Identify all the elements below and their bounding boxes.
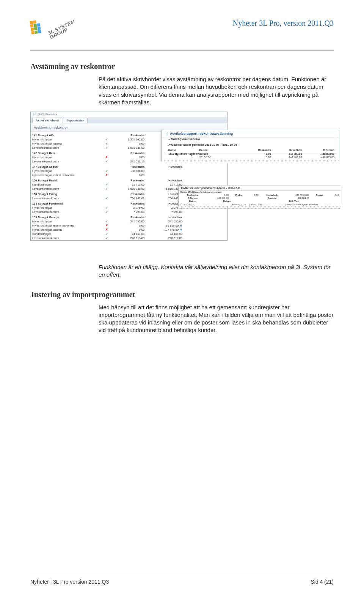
row-reskontra: 7 299,00 xyxy=(110,210,148,214)
tab-aktivt-skrivbord[interactable]: Aktivt skrivbord xyxy=(32,118,62,123)
sublabel-diff: Differens xyxy=(179,197,207,200)
row-label: Hyresfordringar xyxy=(31,206,103,210)
row-label: Leverantörsreskontra xyxy=(31,236,103,240)
section-note-reskontror: Funktionen är ett tillägg. Kontakta vår … xyxy=(30,263,334,279)
table-row: Hyresfordringar, osäkra✗0,00-137 575,50 … xyxy=(31,228,227,232)
check-icon: ✓ xyxy=(105,160,108,163)
row-label: Hyresfordringar xyxy=(31,219,103,224)
sublabel-vern: Diff. Vern xyxy=(248,200,341,203)
check-icon: ✓ xyxy=(105,187,108,191)
logo-text: 3L SYSTEM GROUP xyxy=(47,19,78,40)
table-row: Hyresfordringar✓241 555,00241 555,00 xyxy=(31,219,227,224)
row-huvudbok xyxy=(148,169,186,173)
report-row-reskontra: 0,00 xyxy=(243,156,273,159)
subval-prokat2: 0,00 xyxy=(328,194,341,197)
table-row: Leverantörsreskontra✓228 313,00228 313,0… xyxy=(31,236,227,240)
subval-diff: 448 883,00 xyxy=(207,197,231,200)
cross-icon: ✗ xyxy=(105,228,108,231)
subval-reskontra: 0,00 xyxy=(207,194,231,197)
report-group-line: 1510 Hyresfordringar aviserade xyxy=(166,152,243,156)
report-period: Avvikelser under perioden 2010-10-05 – 2… xyxy=(162,142,339,148)
row-huvudbok: 91 916,00 🖨 xyxy=(148,224,186,228)
row-reskontra: 1 818 830,58 xyxy=(110,187,148,191)
check-icon: ✓ xyxy=(105,232,108,236)
print-icon[interactable]: 🖨 xyxy=(179,224,182,227)
tab-bar: Aktivt skrivbord Supportsidan xyxy=(31,117,227,123)
subreport-header: Avvikelser under perioden 2010-12-31 – 2… xyxy=(179,186,341,191)
report-subtitle: – Kund-/partreskontra xyxy=(162,137,339,142)
sublabel-datum: Datum xyxy=(179,200,207,203)
report-group-huvudbok: 448 883,00 xyxy=(273,152,304,156)
cross-icon: ✗ xyxy=(105,173,108,177)
group-name: 155 Bolaget George xyxy=(31,214,103,219)
check-icon: ✓ xyxy=(105,142,108,145)
check-icon: ✓ xyxy=(105,210,108,214)
col-header-huvudbok: Huvudbok xyxy=(148,164,186,169)
subreport-account-line: Konto 1510 Hyresfordringar aviserade xyxy=(179,191,341,194)
table-row: Hyresfordringar, eidem reskontra✗0,00 xyxy=(31,173,227,177)
row-label: Leverantörsreskontra xyxy=(31,210,103,214)
sublabel-grundat: Grundat xyxy=(260,197,284,200)
col-huvudbok: Huvudbok xyxy=(273,148,304,152)
sublabel-reskontra: Reskontra xyxy=(179,194,207,197)
col-reskontra: Reskontra xyxy=(243,148,273,152)
row-reskontra: 1 873 838,00 xyxy=(110,146,148,150)
report-title: Avvikelserapport reskontraavstämning xyxy=(170,132,233,135)
table-row: Hyresfordringar✓136 666,00 xyxy=(31,169,227,173)
sublabel-belopp: Belopp xyxy=(207,200,248,203)
row-reskontra: 136 666,00 xyxy=(110,169,148,173)
subval-prokat: 0,00 xyxy=(248,194,260,197)
col-header-reskontra: Reskontra xyxy=(110,164,148,169)
col-header-reskontra: Reskontra xyxy=(110,200,148,206)
row-reskontra: 0,00 xyxy=(110,155,148,159)
check-icon: ✓ xyxy=(105,138,108,141)
row-label: Leverantörsreskontra xyxy=(31,159,103,164)
col-header-reskontra: Reskontra xyxy=(110,132,148,137)
row-huvudbok: 7 299,00 xyxy=(148,210,186,214)
check-icon: ✓ xyxy=(105,220,108,223)
row-huvudbok: 241 555,00 xyxy=(148,219,186,224)
row-label: Hyresfordringar xyxy=(31,155,103,159)
section-title-reskontror: Avstämning av reskontror xyxy=(30,62,334,71)
report-group-reskontra: 0,00 xyxy=(243,152,273,156)
check-icon: ✓ xyxy=(105,169,108,173)
report-row-differens: -448 883,00 xyxy=(304,156,337,159)
cross-icon: ✗ xyxy=(105,224,108,227)
report-row-date: 2010-12-31 xyxy=(197,156,243,159)
report-window: 📄 Avvikelserapport reskontraavstämning –… xyxy=(161,130,339,161)
col-differens: Differens xyxy=(304,148,337,152)
subval-huvudbok: 448 883,00 D xyxy=(284,194,311,197)
row-reskontra: 0,00 xyxy=(110,142,148,146)
footer-divider xyxy=(30,571,334,571)
row-label: Kundfordringar xyxy=(31,232,103,236)
logo: 3L SYSTEM GROUP xyxy=(30,19,70,32)
col-header-reskontra: Reskontra xyxy=(110,150,148,155)
table-row: Kundfordringar✓24 164,0024 164,00 xyxy=(31,232,227,236)
check-icon: ✓ xyxy=(105,236,108,240)
col-header-reskontra: Reskontra xyxy=(110,177,148,183)
row-reskontra: 0,00 xyxy=(110,228,148,232)
subreport-window: Avvikelser under perioden 2010-12-31 – 2… xyxy=(178,186,341,206)
col-datum: Datum xyxy=(197,148,243,152)
tab-supportsidan[interactable]: Supportsidan xyxy=(63,118,88,123)
check-icon: ✓ xyxy=(105,146,108,150)
screenshot-avstamning: 📄 [340] Startsida Aktivt skrivbord Suppo… xyxy=(30,112,334,252)
check-icon: ✓ xyxy=(105,197,108,200)
row-reskontra: 0,00 xyxy=(110,173,148,177)
row-reskontra: 2 275,00 xyxy=(110,206,148,210)
group-name: 163 Bolaget Ferdinand xyxy=(31,200,103,206)
print-icon[interactable]: 🖨 xyxy=(179,228,182,231)
row-reskontra: 24 164,00 xyxy=(110,232,148,236)
group-name: 141 Bolaget Alfa xyxy=(31,132,103,137)
row-huvudbok xyxy=(148,173,186,177)
row-label: Hyresfordringar, eidem reskontra xyxy=(31,224,103,228)
group-name: 150 Bolaget David xyxy=(31,177,103,183)
sublabel-prokat2: Prokat xyxy=(311,194,328,197)
col-header-reskontra: Reskontra xyxy=(110,214,148,219)
group-name: 142 Bolaget Beta xyxy=(31,150,103,155)
row-huvudbok: -137 575,50 🖨 xyxy=(148,228,186,232)
row-reskontra: 1 251 262,00 xyxy=(110,137,148,142)
subval-diff2: 448 883,00 xyxy=(284,197,311,200)
footer-left: Nyheter i 3L Pro version 2011.Q3 xyxy=(30,579,109,585)
row-huvudbok: 24 164,00 xyxy=(148,232,186,236)
